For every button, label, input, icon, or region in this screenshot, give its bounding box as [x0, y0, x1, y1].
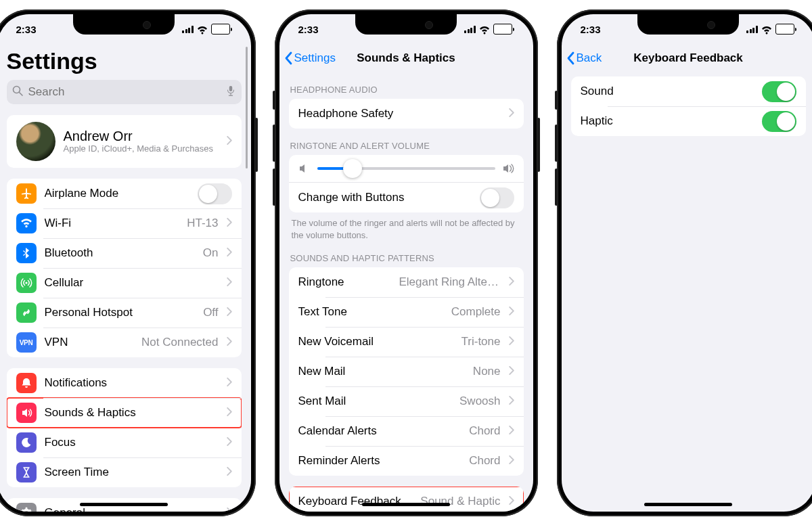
screen-icon [16, 462, 37, 482]
chevron-right-icon [227, 377, 232, 389]
settings-row[interactable]: Text ToneComplete [289, 297, 524, 327]
volume-slider[interactable] [317, 167, 495, 170]
settings-row[interactable]: Keyboard FeedbackSound & Haptic [289, 487, 524, 512]
back-button[interactable]: Back [567, 51, 602, 65]
headphone-safety-row[interactable]: Headphone Safety [289, 99, 524, 129]
row-value: Chord [469, 454, 500, 468]
row-label: Headphone Safety [298, 107, 501, 120]
general-icon [16, 503, 37, 512]
row-label: Sound [581, 85, 754, 98]
row-label: Screen Time [45, 466, 219, 479]
settings-row[interactable]: Personal HotspotOff [7, 298, 242, 328]
scrollbar[interactable] [246, 47, 248, 168]
settings-row[interactable]: Wi-FiHT-13 [7, 208, 242, 238]
row-label: New Voicemail [298, 335, 453, 349]
row-value: Complete [451, 305, 501, 319]
settings-row[interactable]: BluetoothOn [7, 238, 242, 268]
section-header: SOUNDS AND HAPTIC PATTERNS [290, 253, 522, 263]
row-label: Haptic [581, 114, 754, 128]
vpn-icon: VPN [16, 332, 37, 353]
row-label: Calendar Alerts [298, 424, 461, 438]
back-label: Back [577, 51, 602, 65]
change-buttons-toggle[interactable] [480, 187, 514, 208]
change-with-buttons-row[interactable]: Change with Buttons [289, 182, 524, 212]
row-value: None [473, 365, 501, 378]
row-label: Notifications [45, 376, 219, 390]
focus-icon [16, 432, 37, 453]
battery-status-icon: 89 [211, 24, 232, 35]
row-label: General [45, 506, 219, 512]
home-indicator[interactable] [362, 503, 450, 506]
cellular-signal-icon [746, 26, 758, 33]
phone-sounds-haptics: 2:33 89 Settings Sounds & Haptics HEADPH… [275, 9, 538, 516]
chevron-right-icon [227, 307, 232, 319]
back-button[interactable]: Settings [285, 51, 336, 65]
volume-slider-row [289, 155, 524, 182]
feedback-row[interactable]: Haptic [571, 106, 806, 136]
settings-row[interactable]: Focus [7, 428, 242, 457]
battery-status-icon: 89 [775, 24, 796, 35]
row-label: Sounds & Haptics [45, 406, 219, 420]
dictate-icon[interactable] [225, 85, 236, 99]
settings-row[interactable]: VPNVPNNot Connected [7, 328, 242, 357]
chevron-right-icon [227, 507, 232, 512]
section-header: HEADPHONE AUDIO [290, 85, 522, 95]
search-input[interactable] [27, 85, 221, 99]
settings-row[interactable]: New VoicemailTri-tone [289, 327, 524, 357]
chevron-right-icon [227, 407, 232, 419]
settings-row[interactable]: Airplane Mode [7, 179, 242, 208]
settings-row[interactable]: Notifications [7, 368, 242, 398]
row-value: Not Connected [141, 336, 218, 349]
profile-name: Andrew Orr [64, 129, 219, 143]
status-time: 2:33 [581, 24, 601, 35]
row-value: Sound & Haptic [420, 495, 500, 508]
wifi-status-icon [761, 25, 772, 33]
row-label: New Mail [298, 365, 465, 378]
settings-row[interactable]: RingtoneElegant Ring Alternative / Cle… [289, 267, 524, 297]
search-field[interactable] [7, 80, 242, 104]
phone-settings-root: 2:33 89 Settings Andrew Orr [0, 9, 256, 516]
row-label: Text Tone [298, 305, 443, 319]
bt-icon [16, 243, 37, 263]
notif-icon [16, 373, 37, 393]
volume-low-icon [298, 163, 311, 174]
chevron-left-icon [567, 51, 575, 65]
back-label: Settings [294, 51, 336, 65]
chevron-right-icon [509, 306, 514, 318]
row-toggle[interactable] [762, 81, 796, 102]
airplane-icon [16, 183, 37, 204]
row-value: Off [203, 306, 218, 319]
settings-row[interactable]: Calendar AlertsChord [289, 416, 524, 446]
cell-icon [16, 273, 37, 293]
home-indicator[interactable] [80, 503, 168, 506]
settings-row[interactable]: Screen Time [7, 457, 242, 487]
row-label: Change with Buttons [298, 191, 472, 204]
settings-row[interactable]: New MailNone [289, 357, 524, 386]
settings-row[interactable]: Cellular [7, 268, 242, 298]
feedback-row[interactable]: Sound [571, 76, 806, 106]
cellular-signal-icon [182, 26, 194, 33]
row-value: Chord [469, 424, 500, 438]
chevron-right-icon [509, 108, 514, 120]
chevron-right-icon [509, 395, 514, 407]
row-toggle[interactable] [198, 183, 232, 204]
home-indicator[interactable] [644, 503, 732, 506]
chevron-right-icon [509, 425, 514, 437]
cellular-signal-icon [464, 26, 476, 33]
chevron-right-icon [227, 217, 232, 229]
chevron-right-icon [227, 277, 232, 289]
row-label: Keyboard Feedback [298, 495, 413, 508]
settings-row[interactable]: Reminder AlertsChord [289, 446, 524, 476]
hotspot-icon [16, 302, 37, 323]
chevron-right-icon [509, 495, 514, 508]
chevron-right-icon [227, 336, 232, 349]
chevron-left-icon [285, 51, 293, 65]
row-toggle[interactable] [762, 111, 796, 132]
row-label: Cellular [45, 276, 219, 290]
settings-row[interactable]: Sent MailSwoosh [289, 386, 524, 416]
avatar [16, 122, 55, 161]
row-value: Swoosh [459, 395, 500, 408]
apple-id-row[interactable]: Andrew Orr Apple ID, iCloud+, Media & Pu… [7, 115, 242, 168]
settings-row[interactable]: Sounds & Haptics [7, 398, 242, 428]
row-value: On [203, 246, 219, 260]
